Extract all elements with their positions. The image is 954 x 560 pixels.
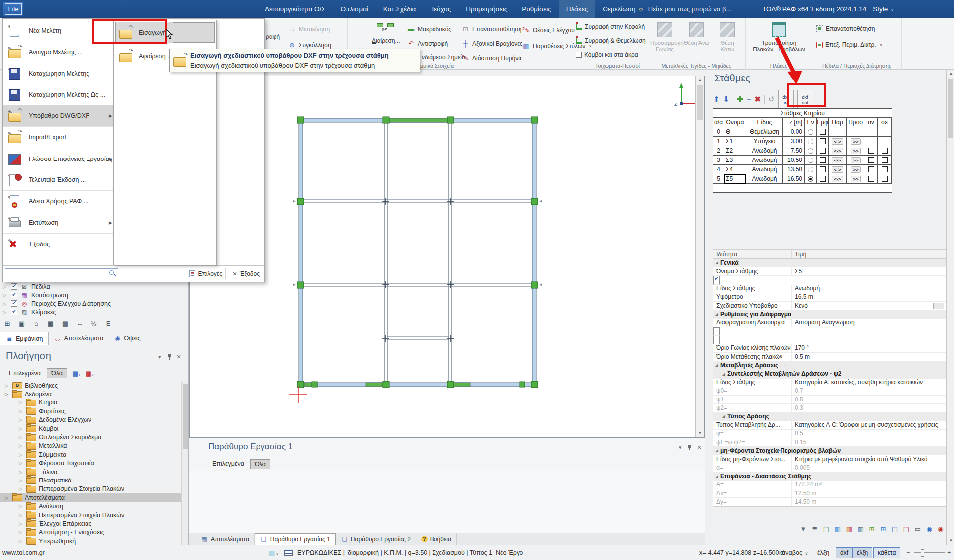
ribbon-tab[interactable]: Κατ.Σχέδια	[376, 0, 424, 18]
visibility-checkbox[interactable]	[820, 138, 826, 144]
window-tab[interactable]: ❏ Παράθυρο Εργασίας 1	[255, 533, 336, 545]
tree-item[interactable]: ▷ Έλεγχοι Επάρκειας	[0, 519, 181, 528]
expand-icon[interactable]: ▷	[3, 293, 8, 298]
snap-toggle-button[interactable]: έλξη	[852, 547, 872, 558]
macro-beam-button[interactable]: ▬Μακροδοκός	[407, 25, 451, 33]
tree-item[interactable]: ▷ Πεπερασμένα Στοιχεία Πλακών	[0, 511, 181, 519]
core-split-button[interactable]: 2✎Διάσπαση Πυρήνα	[461, 53, 521, 63]
toolbar-icon[interactable]: ⊞	[2, 318, 13, 329]
window-tab[interactable]: ▦ Αποτελέσματα	[195, 533, 255, 545]
property-value[interactable]: 0.005	[792, 464, 947, 472]
file-menu-item[interactable]: ✎ Άδεια Χρήσης ΡΑΦ ... ▶	[3, 191, 116, 212]
panel-toolbar-icon[interactable]: ⊞	[867, 525, 876, 534]
file-menu-item[interactable]: ✎ Άνοιγμα Μελέτης ... ▶	[3, 41, 116, 63]
tree-item[interactable]: ▷ Μεταλλικά	[0, 442, 181, 450]
property-row[interactable]: ◢ Κόμβοι σε περισσότερ... ...	[713, 327, 720, 336]
add-level-icon[interactable]: ✚	[737, 95, 743, 104]
property-value[interactable]: 170 °	[792, 344, 947, 352]
tree-item[interactable]: ▷ Αποτίμηση - Ενισχύσεις	[0, 528, 181, 537]
property-value[interactable]: Κενό	[792, 302, 947, 310]
property-row[interactable]: ◢ Σχεδιαστικό Υπόβαθρο Κενό ...	[713, 302, 947, 310]
visibility-checkbox[interactable]	[820, 176, 826, 182]
panel-toolbar-icon[interactable]: ▭	[913, 525, 922, 534]
property-row[interactable]: ◢ Είδος μη-Φερόντων Στοι... Κτήρια με μη…	[713, 455, 947, 464]
property-row[interactable]: ◢ Δx= 12.50 m ...	[713, 489, 947, 498]
swap-button[interactable]: <->	[832, 166, 843, 173]
work-window-tab[interactable]: Επιλεγμένα	[208, 459, 248, 469]
active-level-radio[interactable]	[808, 139, 813, 144]
property-row[interactable]: ◢ Όριο Γωνίας κλίσης πλακών 170 ° ...	[713, 344, 947, 353]
ribbon-tab[interactable]: Θεμελίωση	[595, 0, 643, 18]
code-table-icon[interactable]: ▦∨	[268, 545, 279, 560]
window-tab[interactable]: ❏ Παράθυρο Εργασίας 2	[336, 533, 416, 545]
rotate-icon[interactable]: ↺	[768, 95, 775, 104]
property-value[interactable]: 0.5 m	[792, 353, 947, 361]
ribbon-tab[interactable]: Τεύχος	[423, 0, 458, 18]
property-row[interactable]: ◢ Δy= 14.50 m ...	[713, 498, 947, 506]
style-menu[interactable]: Style ∨	[873, 0, 894, 19]
swap-button[interactable]: <->	[832, 157, 843, 163]
tree-item[interactable]: ▷ Ξύλινα	[0, 468, 181, 476]
layer-checkbox[interactable]	[11, 300, 17, 307]
toolbar-icon[interactable]: ▤	[60, 318, 71, 329]
visibility-checkbox[interactable]	[820, 166, 826, 172]
tree-item[interactable]: ▷ Πεπερασμένα Στοιχεία Πλακών	[0, 485, 181, 493]
forward-button[interactable]: >>	[851, 138, 860, 145]
nv-checkbox[interactable]	[868, 166, 874, 172]
check-positions-button[interactable]: 2✎Θέσεις Ελέγχου	[522, 25, 575, 35]
ribbon-tab[interactable]: Οπλισμοί	[333, 0, 376, 18]
section-expand-icon[interactable]: ◢	[713, 475, 720, 479]
panel-toolbar-icon[interactable]: ▤	[890, 525, 899, 534]
panel-toolbar-icon[interactable]: ▤	[902, 525, 911, 534]
zoom-in-button[interactable]: +	[947, 545, 951, 560]
section-expand-icon[interactable]: ◢	[713, 363, 720, 367]
ribbon-tab[interactable]: Λειτουργικότητα Ο/Σ	[258, 0, 333, 18]
active-level-radio[interactable]	[808, 129, 813, 135]
tree-item[interactable]: ▷ Κόμβοι	[0, 424, 181, 433]
active-level-radio[interactable]	[808, 167, 813, 172]
chevron-down-icon[interactable]: ▾	[158, 354, 161, 360]
property-row[interactable]: ◢ φ= 0.5 ...	[713, 430, 947, 438]
property-row[interactable]: ◢ Είδος Στάθμης Ανωδομή ...	[713, 285, 947, 293]
empty-level-row[interactable]	[713, 184, 892, 193]
snap-label[interactable]: έλξη	[817, 545, 829, 560]
stitch-foundation-button[interactable]: Συρραφή & Θεμελίωση	[576, 37, 646, 44]
level-row[interactable]: 2 Σ2 Ανωδομή 7.50 <-> >>	[713, 146, 892, 156]
toolbar-icon[interactable]: ▦	[45, 318, 56, 329]
close-icon[interactable]: ✕	[697, 444, 702, 451]
expand-icon[interactable]: ▷	[19, 435, 24, 440]
visibility-checkbox[interactable]	[820, 148, 826, 154]
menu-search-input[interactable]	[5, 268, 118, 279]
file-menu-item[interactable]: ✎ Import/Export ▶	[3, 127, 116, 148]
expand-icon[interactable]: ▷	[5, 392, 10, 397]
property-value[interactable]: Ανωδομή	[792, 284, 947, 293]
property-row[interactable]: ◢ Αξιολόγηση Κλίσης ή/κ... ...	[713, 336, 720, 344]
window-tab[interactable]: ? Βοήθεια	[416, 533, 457, 545]
panel-toolbar-icon[interactable]: ◉	[925, 525, 934, 534]
property-row[interactable]: ◢ Είδος Στάθμης Κατηγορία Α: κατοικίες, …	[713, 379, 947, 387]
position-down-button[interactable]: Θέση Κάτω	[713, 22, 742, 53]
property-value[interactable]: 12.50 m	[792, 489, 947, 498]
layer-row[interactable]: ▷ ▦ Κοιτόστρωση	[0, 291, 181, 299]
forward-button[interactable]: >>	[851, 148, 860, 154]
grid-toggle[interactable]: κάναβος ∨	[779, 545, 808, 560]
view-tab[interactable]: ◡ Αποτελέσματα	[49, 332, 109, 345]
expand-icon[interactable]: ▷	[19, 486, 24, 491]
expand-icon[interactable]: ▷	[5, 383, 10, 388]
tree-item[interactable]: ▷ Δεδομένα Ελέγχων	[0, 416, 181, 424]
tab-selected[interactable]: Επιλεγμένα	[5, 369, 45, 378]
layer-checkbox[interactable]	[11, 309, 17, 315]
property-value[interactable]: 0.5	[792, 396, 947, 404]
property-value[interactable]: Σ5	[792, 267, 947, 276]
file-menu-button[interactable]: File	[3, 2, 23, 16]
swap-button[interactable]: <->	[832, 148, 843, 154]
expand-icon[interactable]: ▷	[19, 530, 24, 535]
property-checkbox[interactable]	[717, 277, 717, 283]
tree-item[interactable]: ▷ Αποτελέσματα	[0, 493, 181, 502]
view-tab[interactable]: ≣ Εμφάνιση	[0, 332, 49, 345]
visibility-checkbox[interactable]	[820, 129, 826, 135]
property-value[interactable]: Κατηγορίες Α-C: Όροφοι με μη-συσχετισμέν…	[792, 421, 947, 429]
property-value[interactable]: 0.5	[792, 429, 947, 438]
property-value[interactable]: Κατηγορία Α: κατοικίες, συνήθη κτήρια κα…	[792, 378, 947, 387]
expand-icon[interactable]: ▷	[19, 426, 24, 431]
